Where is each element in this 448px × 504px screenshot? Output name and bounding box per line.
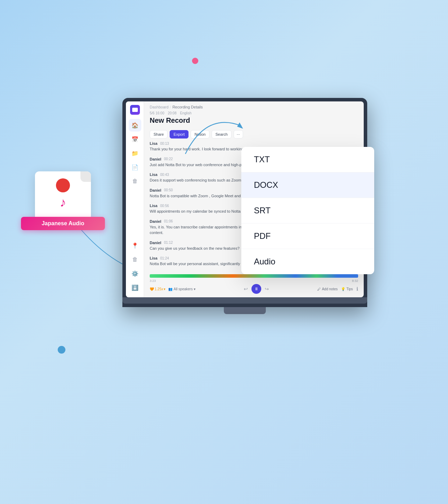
sidebar-item-settings[interactable]: ⚙️ — [129, 267, 141, 280]
export-dropdown: TXTDOCXSRTPDFAudio — [241, 147, 374, 274]
red-dot — [56, 178, 70, 192]
sidebar-item-trash[interactable]: 🗑 — [129, 175, 141, 187]
meta-date: 5/6 16:00 — [150, 111, 164, 115]
sidebar-item-file[interactable]: 📄 — [129, 161, 141, 173]
sidebar-item-folder[interactable]: 📁 — [129, 147, 141, 159]
speaker-name: Lisa — [150, 256, 157, 260]
record-header: 5/6 16:00 20:08 English New Record — [144, 111, 364, 130]
speaker-name: Lisa — [150, 172, 157, 177]
sidebar: 🏠 📅 📁 📄 🗑 📍 🗑 ⚙️ ⬇️ — [126, 101, 144, 297]
breadcrumb-root[interactable]: Dashboard — [150, 105, 169, 109]
logo-inner — [132, 108, 138, 112]
sidebar-item-delete[interactable]: 🗑 — [129, 253, 141, 266]
info-button[interactable]: ℹ — [356, 286, 358, 292]
time-start: 3:23 — [150, 279, 156, 283]
sidebar-item-download[interactable]: ⬇️ — [129, 281, 141, 294]
laptop-base — [122, 297, 367, 304]
add-notes-button[interactable]: 🖊 Add notes — [317, 287, 337, 291]
japanese-audio-card: ♪ Japanese Audio — [21, 171, 105, 230]
decorative-dot-blue — [58, 346, 65, 354]
transcript-timestamp: 00:56 — [160, 204, 169, 208]
fast-forward-button[interactable]: ↪ — [265, 286, 269, 292]
player-center: ↩ ⏸ ↪ — [244, 284, 269, 294]
time-end: 8:32 — [352, 279, 358, 283]
export-option-srt[interactable]: SRT — [241, 198, 374, 223]
toolbar: Share Export Notion Search ··· — [144, 130, 364, 141]
speaker-name: Lisa — [150, 141, 157, 145]
transcript-timestamp: 00:43 — [160, 173, 169, 177]
decorative-dot-pink — [192, 58, 198, 64]
transcript-timestamp: 00:22 — [164, 157, 173, 161]
transcript-timestamp: 00:13 — [160, 142, 169, 145]
speaker-name: Lisa — [150, 204, 157, 208]
speaker-name: Daniel — [150, 241, 161, 245]
speaker-name: Daniel — [150, 157, 161, 161]
export-option-docx[interactable]: DOCX — [241, 172, 374, 198]
player-right: 🖊 Add notes 💡 Tips ℹ — [317, 286, 358, 292]
speaker-name: Daniel — [150, 188, 161, 192]
audio-label: Japanese Audio — [21, 217, 105, 230]
meta-duration: 20:08 — [168, 111, 177, 115]
sidebar-item-home[interactable]: 🏠 — [129, 119, 141, 132]
pause-button[interactable]: ⏸ — [251, 284, 261, 294]
breadcrumb-separator: / — [170, 105, 171, 109]
waveform-time: 3:23 8:32 — [150, 279, 358, 283]
app-logo — [130, 105, 140, 115]
speaker-badge[interactable]: 👥 All speakers ▾ — [168, 287, 195, 291]
player-controls: 🧡 1.25x ▾ 👥 All speakers ▾ ↩ ⏸ ↪ — [150, 283, 358, 295]
sidebar-item-location[interactable]: 📍 — [129, 239, 141, 252]
export-option-pdf[interactable]: PDF — [241, 223, 374, 249]
transcript-timestamp: 01:24 — [160, 256, 169, 260]
music-note-icon: ♪ — [42, 195, 84, 210]
speaker-name: Daniel — [150, 219, 161, 223]
sidebar-item-calendar[interactable]: 📅 — [129, 133, 141, 145]
breadcrumb: Dashboard / Recording Details — [144, 101, 364, 111]
transcript-timestamp: 01:12 — [164, 241, 173, 244]
speed-badge[interactable]: 🧡 1.25x ▾ — [150, 287, 165, 291]
player-left: 🧡 1.25x ▾ 👥 All speakers ▾ — [150, 287, 195, 291]
laptop-stand — [224, 307, 266, 314]
rewind-button[interactable]: ↩ — [244, 286, 248, 292]
tips-button[interactable]: 💡 Tips — [341, 287, 353, 291]
svg-marker-0 — [237, 122, 243, 129]
curve-arrow-decoration — [178, 105, 248, 161]
transcript-timestamp: 01:06 — [164, 219, 173, 223]
waveform-bar — [150, 274, 358, 278]
share-button[interactable]: Share — [150, 130, 168, 139]
export-option-audio[interactable]: Audio — [241, 249, 374, 274]
transcript-timestamp: 00:50 — [164, 188, 173, 192]
export-option-txt[interactable]: TXT — [241, 147, 374, 172]
waveform-container: 3:23 8:32 🧡 1.25x ▾ 👥 All speakers ▾ — [144, 272, 364, 297]
